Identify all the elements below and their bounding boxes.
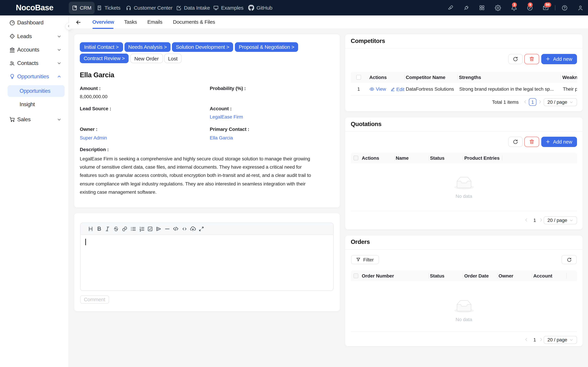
editor-toolbar bbox=[80, 223, 333, 235]
bold-icon[interactable] bbox=[95, 223, 104, 235]
page-number[interactable]: 1 bbox=[531, 216, 538, 224]
competitors-add-new-button[interactable]: Add new bbox=[541, 54, 577, 64]
nav-item-label: GitHub bbox=[257, 5, 272, 11]
column-header-product-entries: Product Entries bbox=[463, 152, 502, 164]
next-page-icon[interactable] bbox=[539, 218, 543, 222]
checklist-icon[interactable] bbox=[146, 223, 155, 235]
page-size-select[interactable]: 20 / page bbox=[544, 336, 577, 344]
column-separator bbox=[502, 155, 502, 161]
quotations-title: Quotations bbox=[351, 120, 381, 128]
empty-inbox-icon bbox=[454, 300, 474, 314]
tab-documents-files[interactable]: Documents & Files bbox=[173, 16, 215, 28]
tab-tasks[interactable]: Tasks bbox=[124, 16, 137, 28]
page-size-select[interactable]: 20 / page bbox=[544, 216, 577, 224]
nav-item-examples[interactable]: Examples bbox=[210, 1, 247, 14]
owner-link[interactable]: Super Admin bbox=[80, 134, 107, 142]
sidebar-item-sales[interactable]: Sales bbox=[0, 113, 69, 126]
sidebar-item-opportunities[interactable]: Opportunities bbox=[0, 70, 69, 83]
nav-item-tickets[interactable]: Tickets bbox=[94, 1, 124, 14]
list-ul-icon[interactable] bbox=[129, 223, 138, 235]
sidebar-item-accounts[interactable]: Accounts bbox=[0, 43, 69, 57]
grid-icon[interactable] bbox=[477, 0, 487, 16]
next-page-icon[interactable] bbox=[538, 100, 542, 104]
stage-button-initial-contact[interactable]: Initial Contact > bbox=[80, 42, 123, 52]
user-icon[interactable] bbox=[575, 0, 585, 16]
competitors-delete-button[interactable] bbox=[524, 54, 539, 64]
stage-button-proposal-negotiation[interactable]: Proposal & Negotiation > bbox=[235, 42, 298, 52]
code-block-icon[interactable] bbox=[172, 223, 180, 235]
sidebar-subitem-opportunities[interactable]: Opportunities bbox=[8, 85, 64, 97]
view-label: View bbox=[376, 83, 386, 95]
help-icon[interactable] bbox=[559, 0, 570, 16]
page-size-value: 20 / page bbox=[547, 337, 567, 343]
stage-button-needs-analysis[interactable]: Needs Analysis > bbox=[124, 42, 171, 52]
page-number[interactable]: 1 bbox=[529, 98, 536, 106]
competitors-table-row[interactable]: 1 View Edit DataFortress Solutions Stron… bbox=[351, 83, 577, 95]
sidebar-item-dashboard[interactable]: Dashboard bbox=[0, 16, 69, 29]
orders-refresh-button[interactable] bbox=[562, 255, 577, 264]
stage-button-lost[interactable]: Lost bbox=[164, 53, 182, 63]
comment-editor[interactable] bbox=[80, 223, 334, 291]
prev-page-icon[interactable] bbox=[524, 337, 528, 342]
sidebar-item-leads[interactable]: Leads bbox=[0, 30, 69, 43]
upload-icon[interactable] bbox=[189, 223, 197, 235]
primary-contact-link[interactable]: Ella Garcia bbox=[210, 134, 233, 142]
row-actions: View Edit bbox=[368, 83, 404, 95]
edit-link[interactable]: Edit bbox=[390, 83, 404, 95]
nav-item-data-intake[interactable]: Data Intake bbox=[173, 1, 213, 14]
comment-button[interactable]: Comment bbox=[80, 295, 109, 303]
highlighter-icon[interactable] bbox=[445, 0, 456, 16]
link-icon[interactable] bbox=[120, 223, 129, 235]
tab-bar: Overview Tasks Emails Documents & Files bbox=[69, 16, 588, 29]
sidebar-subitem-label: Insight bbox=[20, 101, 35, 108]
italic-icon[interactable] bbox=[103, 223, 112, 235]
nav-item-github[interactable]: GitHub bbox=[245, 1, 276, 14]
select-all-checkbox[interactable] bbox=[353, 156, 358, 160]
account-link[interactable]: LegalEase Firm bbox=[210, 113, 243, 121]
gear-icon[interactable] bbox=[493, 0, 503, 16]
quotations-delete-button[interactable] bbox=[524, 136, 539, 147]
orders-filter-button[interactable]: Filter bbox=[351, 255, 379, 264]
inline-code-icon[interactable] bbox=[180, 223, 189, 235]
list-ol-icon[interactable] bbox=[138, 223, 146, 235]
nav-item-crm[interactable]: CRM bbox=[69, 1, 95, 14]
stage-button-solution-development[interactable]: Solution Development > bbox=[172, 42, 233, 52]
sidebar-subitem-label: Opportunities bbox=[20, 88, 50, 94]
sidebar-subitem-insight[interactable]: Insight bbox=[8, 99, 64, 110]
horizontal-rule-icon[interactable] bbox=[163, 223, 172, 235]
tickets-icon bbox=[97, 5, 102, 10]
view-link[interactable]: View bbox=[369, 83, 386, 95]
stage-button-contract-review[interactable]: Contract Review > bbox=[80, 53, 129, 63]
back-arrow-icon[interactable] bbox=[75, 19, 81, 25]
page-number[interactable]: 1 bbox=[531, 336, 538, 343]
plug-icon[interactable] bbox=[461, 0, 471, 16]
select-all-checkbox[interactable] bbox=[356, 75, 361, 80]
probability-label: Probability (%) : bbox=[210, 84, 246, 92]
column-header-competitor-name: Competitor Name bbox=[404, 72, 457, 83]
next-page-icon[interactable] bbox=[539, 337, 543, 342]
plus-icon bbox=[546, 57, 550, 61]
caret-down-icon bbox=[570, 218, 573, 222]
nav-item-customer-center[interactable]: Customer Center bbox=[123, 1, 175, 14]
strikethrough-icon[interactable] bbox=[112, 223, 121, 235]
sidebar-item-contacts[interactable]: Contacts bbox=[0, 57, 69, 70]
stage-button-new-order[interactable]: New Order bbox=[130, 53, 163, 63]
filter-label: Filter bbox=[363, 257, 374, 262]
expand-icon[interactable] bbox=[197, 223, 206, 235]
select-all-checkbox[interactable] bbox=[353, 273, 358, 278]
page-size-select[interactable]: 20 / page bbox=[544, 98, 577, 106]
plus-icon bbox=[546, 140, 550, 144]
app-logo[interactable]: NocoBase bbox=[16, 0, 53, 16]
active-tab-underline bbox=[92, 28, 113, 29]
sidebar-item-label: Accounts bbox=[17, 47, 39, 53]
quotations-refresh-button[interactable] bbox=[508, 136, 523, 147]
quotations-add-new-button[interactable]: Add new bbox=[541, 136, 577, 147]
heading-icon[interactable] bbox=[86, 223, 95, 235]
tab-overview[interactable]: Overview bbox=[92, 16, 114, 28]
competitors-refresh-button[interactable] bbox=[508, 54, 523, 64]
prev-page-icon[interactable] bbox=[523, 100, 527, 104]
tab-emails[interactable]: Emails bbox=[147, 16, 163, 28]
send-icon[interactable] bbox=[155, 223, 163, 235]
orders-table-header: Order Number Status Order Date Owner Acc… bbox=[351, 270, 577, 281]
prev-page-icon[interactable] bbox=[524, 218, 528, 222]
